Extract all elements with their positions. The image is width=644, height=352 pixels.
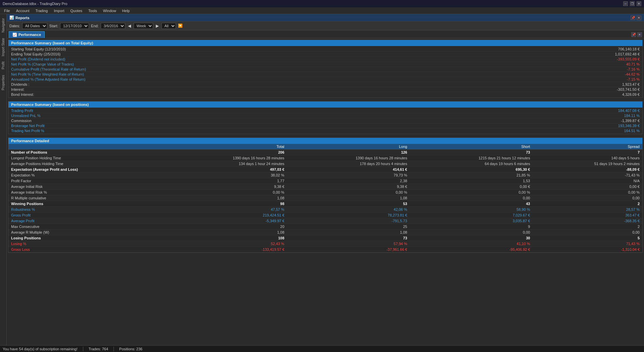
content-area: 📊 Reports 📌 ✕ Dates: All Dates Start: 12… — [7, 14, 644, 352]
performance-tab[interactable]: 📈 Performance — [9, 31, 45, 38]
row-total: -5,349.97 € — [164, 218, 287, 224]
table-row: Average Positions Holding Time 134 days … — [8, 161, 642, 167]
menu-help[interactable]: Help — [120, 8, 133, 13]
row-total: 20 — [164, 224, 287, 230]
positions-summary-section: Performance Summary (based on positions)… — [8, 101, 643, 134]
prev-arrow[interactable]: ◀ — [127, 24, 132, 28]
table-row: Gross Profit 219,424.51 € 78,273.81 € 7,… — [8, 212, 642, 218]
row-spread: -1,310.04 € — [533, 247, 642, 252]
row-long: 0,00 % — [287, 190, 410, 195]
row-spread: N/A — [533, 178, 642, 184]
equity-label-3: Net Profit % (Change Value of Trades) — [11, 62, 74, 66]
minimize-button[interactable]: ─ — [623, 1, 628, 6]
row-long: 42,06 % — [287, 207, 410, 212]
equity-row-3: Net Profit % (Change Value of Trades) 40… — [8, 62, 642, 67]
table-row: Robustness % 47,57 % 42,06 % 58,90 % 28,… — [8, 207, 642, 212]
nav-properties[interactable]: Properties — [1, 72, 6, 93]
row-long: 9,38 € — [287, 184, 410, 190]
row-spread: -71,43 % — [533, 172, 642, 178]
pos-row-1: Unrealized PnL % 184.11 % — [8, 113, 642, 118]
row-short: 7,029.67 € — [410, 212, 533, 218]
pos-row-0: Trading Profit 184,407.08 € — [8, 108, 642, 113]
row-total: 38,02 % — [164, 172, 287, 178]
perf-close-button[interactable]: ✕ — [637, 32, 642, 37]
next-arrow[interactable]: ▶ — [155, 24, 159, 28]
table-row: Losing Positions 108 73 30 5 — [8, 235, 642, 241]
pos-row-2: Commission -1,399.87 € — [8, 118, 642, 123]
pos-label-4: Trading Net Profit % — [11, 129, 44, 133]
dates-select[interactable]: All Dates — [22, 23, 47, 29]
all-select[interactable]: All — [162, 23, 176, 29]
row-spread: 0,00 — [533, 195, 642, 201]
sub-panel-header: 📈 Performance 📌 ✕ — [7, 31, 644, 38]
menu-tools[interactable]: Tools — [86, 8, 100, 13]
nav-navigator[interactable]: Navigator — [1, 15, 6, 35]
equity-label-0: Starting Total Equity (12/10/2010) — [11, 47, 66, 51]
row-short: 58,90 % — [410, 207, 533, 212]
performance-icon: 📈 — [12, 33, 17, 37]
col-spread: Spread — [533, 144, 642, 150]
end-date-select[interactable]: 3/6/2016 — [101, 23, 125, 29]
row-long: 57,94 % — [287, 241, 410, 247]
perf-pin-button[interactable]: 📌 — [631, 32, 636, 37]
restore-button[interactable]: ❐ — [630, 1, 635, 6]
row-short: 9 — [410, 224, 533, 230]
detail-thead-row: Total Long Short Spread — [8, 144, 642, 150]
row-long: 73 — [287, 235, 410, 241]
title-controls: ─ ❐ ✕ — [623, 1, 641, 6]
equity-value-2: -393,555.09 € — [617, 57, 640, 61]
report-content[interactable]: Performance Summary (based on Total Equi… — [7, 38, 644, 352]
row-long: 1390 days 16 hours 28 minutes — [287, 155, 410, 161]
row-spread: 28,57 % — [533, 207, 642, 212]
row-label: Average R Multiple (W) — [8, 230, 164, 235]
row-spread: 363.47 € — [533, 212, 642, 218]
row-long: 126 — [287, 150, 410, 155]
close-button[interactable]: ✕ — [637, 1, 641, 6]
equity-value-6: -7.15 % — [627, 77, 640, 81]
positions-summary-body: Trading Profit 184,407.08 € Unrealized P… — [8, 108, 642, 134]
row-label: Losing % — [8, 241, 164, 247]
equity-value-7: 1,923.47 € — [622, 82, 640, 86]
menu-account[interactable]: Account — [13, 8, 32, 13]
filter-icon: 🔽 — [178, 24, 183, 28]
equity-value-5: -44.62 % — [625, 72, 640, 76]
col-total: Total — [164, 144, 287, 150]
row-total: 52,43 % — [164, 241, 287, 247]
row-long: 2,38 — [287, 178, 410, 184]
row-total: 497,03 € — [164, 167, 287, 172]
row-total: 219,424.51 € — [164, 212, 287, 218]
detailed-section: Performance Detailed Total Long Short Sp… — [8, 138, 643, 253]
title-text: DemoDatabase.tdbx - TradingDiary Pro — [3, 2, 67, 6]
equity-label-1: Ending Total Equity (2/5/2016) — [11, 52, 60, 56]
reports-pin-button[interactable]: 📌 — [631, 15, 635, 20]
left-sidebar: Navigator Import State Profit Properties — [0, 14, 7, 352]
row-spread: 0,00 % — [533, 190, 642, 195]
nav-profit[interactable]: Profit — [1, 59, 6, 72]
reports-panel-header: 📊 Reports 📌 ✕ — [7, 14, 644, 22]
menu-file[interactable]: File — [1, 8, 13, 13]
equity-value-9: 4,328.09 € — [622, 92, 640, 96]
pos-label-2: Commission — [11, 119, 32, 123]
table-row: Average Initial Risk 9,38 € 9,38 € 0,00 … — [8, 184, 642, 190]
week-select[interactable]: Week — [134, 23, 153, 29]
row-long: 414,61 € — [287, 167, 410, 172]
row-label: Average Initial Risk — [8, 184, 164, 190]
nav-import-state[interactable]: Import State — [1, 35, 6, 59]
reports-icon: 📊 — [9, 15, 14, 20]
row-total: 108 — [164, 235, 287, 241]
menu-import[interactable]: Import — [51, 8, 67, 13]
menu-quotes[interactable]: Quotes — [68, 8, 85, 13]
status-divider-1 — [83, 347, 83, 351]
start-date-select[interactable]: 12/17/2010 — [60, 23, 89, 29]
menu-window[interactable]: Window — [100, 8, 119, 13]
reports-close-button[interactable]: ✕ — [637, 15, 641, 20]
table-row: Profit Factor 1,77 2,38 1,53 N/A — [8, 178, 642, 184]
row-long: -37,961.66 € — [287, 247, 410, 252]
equity-summary-section: Performance Summary (based on Total Equi… — [8, 40, 643, 98]
detailed-table: Total Long Short Spread Number of Positi… — [8, 144, 642, 252]
pos-value-1: 184.11 % — [624, 114, 640, 118]
row-spread: 2 — [533, 201, 642, 207]
table-row: Average Profit -5,349.97 € -791,5.73 3,0… — [8, 218, 642, 224]
menu-trading[interactable]: Trading — [33, 8, 50, 13]
equity-value-8: -303,741.50 € — [617, 87, 640, 91]
